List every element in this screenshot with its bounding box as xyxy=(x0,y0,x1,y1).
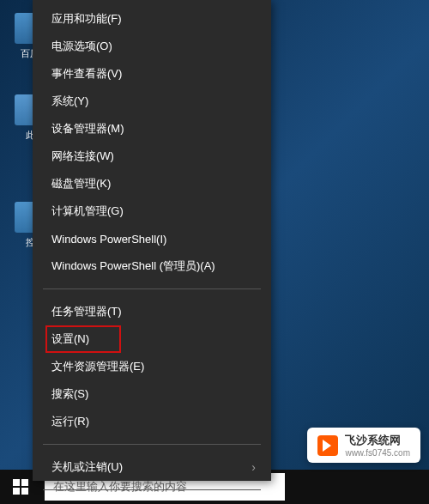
menu-item-power-options[interactable]: 电源选项(O) xyxy=(33,33,271,60)
menu-label: 设置(N) xyxy=(51,331,89,347)
menu-label: Windows PowerShell (管理员)(A) xyxy=(51,258,215,274)
menu-label: 磁盘管理(K) xyxy=(51,176,111,191)
svg-rect-0 xyxy=(13,479,20,486)
menu-label: 搜索(S) xyxy=(51,386,88,402)
windows-logo-icon xyxy=(13,479,28,495)
watermark-play-icon xyxy=(317,435,338,456)
menu-label: 应用和功能(F) xyxy=(51,11,122,27)
menu-divider xyxy=(43,444,261,445)
svg-rect-1 xyxy=(21,479,28,486)
menu-item-settings[interactable]: 设置(N) xyxy=(45,325,121,353)
menu-item-search[interactable]: 搜索(S) xyxy=(33,380,271,408)
menu-label: 计算机管理(G) xyxy=(51,203,124,219)
menu-item-powershell[interactable]: Windows PowerShell(I) xyxy=(33,225,271,252)
watermark-title: 飞沙系统网 xyxy=(345,433,410,448)
menu-label: 网络连接(W) xyxy=(51,149,114,164)
menu-item-powershell-admin[interactable]: Windows PowerShell (管理员)(A) xyxy=(33,252,271,280)
watermark-url: www.fs0745.com xyxy=(345,448,410,458)
menu-label: 设备管理器(M) xyxy=(51,121,124,137)
menu-label: 任务管理器(T) xyxy=(51,304,122,319)
menu-label: 文件资源管理器(E) xyxy=(51,359,144,374)
chevron-right-icon: › xyxy=(251,460,256,474)
menu-item-apps-features[interactable]: 应用和功能(F) xyxy=(33,5,271,33)
menu-item-file-explorer[interactable]: 文件资源管理器(E) xyxy=(33,353,271,380)
menu-label: 事件查看器(V) xyxy=(51,66,122,82)
watermark: 飞沙系统网 www.fs0745.com xyxy=(307,428,420,463)
menu-label: 运行(R) xyxy=(51,414,89,429)
menu-item-event-viewer[interactable]: 事件查看器(V) xyxy=(33,60,271,88)
menu-item-shutdown[interactable]: 关机或注销(U) › xyxy=(33,453,271,481)
menu-item-disk-management[interactable]: 磁盘管理(K) xyxy=(33,170,271,197)
menu-item-device-manager[interactable]: 设备管理器(M) xyxy=(33,115,271,143)
menu-label: Windows PowerShell(I) xyxy=(51,233,166,246)
svg-rect-2 xyxy=(13,488,20,495)
menu-item-computer-management[interactable]: 计算机管理(G) xyxy=(33,197,271,225)
menu-divider xyxy=(43,288,261,289)
menu-item-system[interactable]: 系统(Y) xyxy=(33,88,271,115)
menu-label: 系统(Y) xyxy=(51,94,88,109)
menu-label: 关机或注销(U) xyxy=(51,459,123,475)
menu-item-network[interactable]: 网络连接(W) xyxy=(33,143,271,170)
svg-rect-3 xyxy=(21,488,28,495)
menu-item-run[interactable]: 运行(R) xyxy=(33,408,271,435)
menu-label: 电源选项(O) xyxy=(51,39,112,54)
menu-item-task-manager[interactable]: 任务管理器(T) xyxy=(33,298,271,325)
menu-item-desktop[interactable]: 桌面(D) xyxy=(33,499,271,504)
winx-context-menu: 应用和功能(F) 电源选项(O) 事件查看器(V) 系统(Y) 设备管理器(M)… xyxy=(33,0,271,481)
menu-divider xyxy=(43,489,261,490)
